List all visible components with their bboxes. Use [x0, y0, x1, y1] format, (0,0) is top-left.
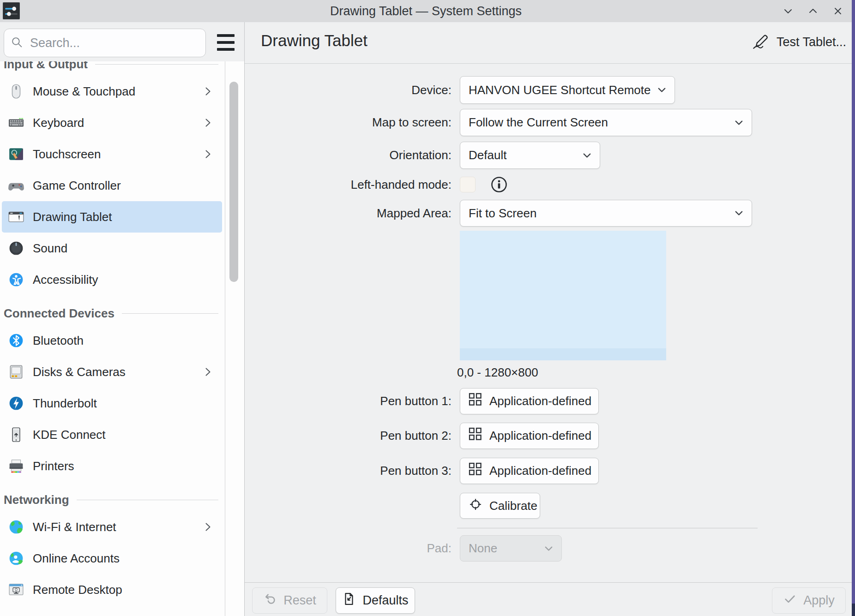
left-handed-label: Left-handed mode:: [245, 175, 452, 194]
section-divider-line: [122, 313, 218, 314]
pen-button-value: Application-defined: [489, 394, 591, 408]
bluetooth-icon: [8, 333, 24, 348]
sidebar-item-label: KDE Connect: [33, 428, 217, 442]
left-handed-checkbox[interactable]: [460, 177, 476, 192]
sidebar-item-accessibility[interactable]: Accessibility: [2, 264, 222, 295]
chevron-down-icon: [542, 542, 555, 555]
chevron-down-icon: [656, 84, 668, 96]
settings-form: Device: HANVON UGEE Shortcut Remote Map …: [245, 63, 852, 582]
online-accounts-icon: [8, 550, 24, 566]
grid-icon: [469, 393, 482, 410]
sidebar-item-sound[interactable]: Sound: [2, 233, 222, 264]
sidebar-item-wi-fi-internet[interactable]: Wi-Fi & Internet: [2, 511, 222, 543]
sidebar-item-disks-cameras[interactable]: Disks & Cameras: [2, 356, 222, 388]
device-value: HANVON UGEE Shortcut Remote: [469, 83, 650, 97]
test-tablet-button[interactable]: Test Tablet...: [751, 30, 846, 54]
sidebar-item-printers[interactable]: Printers: [2, 450, 222, 482]
sidebar-section-header: Input & Output: [0, 61, 225, 76]
sidebar: Input & OutputMouse & TouchpadKeyboardTo…: [0, 61, 225, 616]
pen-button-value: Application-defined: [489, 429, 591, 443]
sidebar-item-mouse-touchpad[interactable]: Mouse & Touchpad: [2, 76, 222, 107]
game-controller-icon: [8, 178, 24, 193]
pad-combobox: None: [460, 535, 562, 562]
kde-connect-icon: [8, 427, 24, 443]
device-combobox[interactable]: HANVON UGEE Shortcut Remote: [460, 76, 675, 104]
pen-button-1-action[interactable]: Application-defined: [460, 388, 599, 414]
reset-label: Reset: [283, 593, 316, 608]
apply-button: Apply: [772, 587, 846, 614]
close-button[interactable]: [831, 5, 844, 18]
sidebar-item-label: Printers: [33, 459, 217, 473]
touchscreen-icon: [8, 146, 24, 162]
document-icon: [342, 592, 356, 609]
sidebar-sections: Input & OutputMouse & TouchpadKeyboardTo…: [0, 61, 225, 605]
chevron-down-icon: [733, 207, 745, 220]
map-to-screen-combobox[interactable]: Follow the Current Screen: [460, 109, 752, 136]
mapped-area-preview-strip: [460, 348, 666, 360]
sidebar-item-online-accounts[interactable]: Online Accounts: [2, 543, 222, 574]
sidebar-item-label: Thunderbolt: [33, 396, 217, 411]
section-label: Connected Devices: [4, 306, 114, 321]
system-settings-window: Drawing Tablet — System Settings Drawing…: [0, 0, 855, 616]
maximize-button[interactable]: [807, 5, 819, 18]
sidebar-item-game-controller[interactable]: Game Controller: [2, 170, 222, 201]
chevron-right-icon: [202, 366, 214, 378]
sidebar-item-label: Touchscreen: [33, 147, 202, 161]
desktop-edge-dark-segment: [852, 604, 855, 616]
pad-value: None: [469, 541, 497, 556]
wifi-internet-icon: [8, 519, 24, 535]
mapped-area-preview: [460, 231, 666, 360]
sidebar-item-drawing-tablet[interactable]: Drawing Tablet: [2, 201, 222, 233]
footer-divider: [245, 582, 852, 583]
reset-button: Reset: [252, 587, 327, 614]
sidebar-item-kde-connect[interactable]: KDE Connect: [2, 419, 222, 450]
section-divider-line: [95, 64, 218, 65]
sidebar-item-label: Disks & Cameras: [33, 365, 202, 379]
minimize-button[interactable]: [782, 5, 795, 18]
calibrate-label: Calibrate: [489, 499, 537, 513]
chevron-right-icon: [202, 148, 214, 160]
mouse-icon: [8, 84, 24, 99]
mapped-area-value: Fit to Screen: [469, 206, 536, 221]
sidebar-item-label: Wi-Fi & Internet: [33, 520, 202, 534]
window-title: Drawing Tablet — System Settings: [0, 0, 852, 22]
menu-button[interactable]: [217, 34, 235, 51]
grid-icon: [469, 462, 482, 479]
sidebar-item-touchscreen[interactable]: Touchscreen: [2, 138, 222, 170]
chevron-right-icon: [202, 85, 214, 97]
sidebar-item-label: Mouse & Touchpad: [33, 84, 202, 99]
sidebar-item-bluetooth[interactable]: Bluetooth: [2, 325, 222, 356]
sidebar-item-remote-desktop[interactable]: Remote Desktop: [2, 574, 222, 605]
defaults-button[interactable]: Defaults: [336, 587, 415, 614]
sidebar-item-label: Bluetooth: [33, 334, 217, 348]
pen-icon: [751, 31, 770, 54]
search-input[interactable]: [29, 36, 199, 51]
pen-button-3-action[interactable]: Application-defined: [460, 458, 599, 484]
search-icon: [11, 36, 23, 50]
mapped-area-combobox[interactable]: Fit to Screen: [460, 200, 752, 227]
sidebar-scrollbar-handle[interactable]: [229, 82, 238, 282]
sidebar-item-thunderbolt[interactable]: Thunderbolt: [2, 388, 222, 419]
maximize-icon: [807, 5, 819, 18]
sidebar-item-label: Online Accounts: [33, 551, 217, 566]
sound-icon: [8, 240, 24, 256]
sidebar-scrollbar-track[interactable]: [225, 61, 244, 616]
chevron-right-icon: [202, 521, 214, 533]
check-icon: [783, 592, 797, 609]
left-handed-info-button[interactable]: [489, 175, 509, 194]
crosshair-icon: [469, 497, 482, 514]
hamburger-icon: [217, 34, 235, 37]
chevron-down-icon: [733, 116, 745, 129]
section-label: Input & Output: [4, 61, 88, 72]
calibrate-button[interactable]: Calibrate: [460, 493, 540, 519]
orientation-combobox[interactable]: Default: [460, 142, 600, 169]
device-label: Device:: [245, 76, 452, 104]
drawing-tablet-icon: [8, 209, 24, 225]
orientation-value: Default: [469, 148, 506, 162]
sidebar-item-keyboard[interactable]: Keyboard: [2, 107, 222, 138]
sidebar-item-label: Sound: [33, 241, 217, 256]
remote-desktop-icon: [8, 582, 24, 598]
pen-button-2-label: Pen button 2:: [245, 423, 452, 449]
chevron-right-icon: [202, 117, 214, 129]
pen-button-2-action[interactable]: Application-defined: [460, 423, 599, 449]
